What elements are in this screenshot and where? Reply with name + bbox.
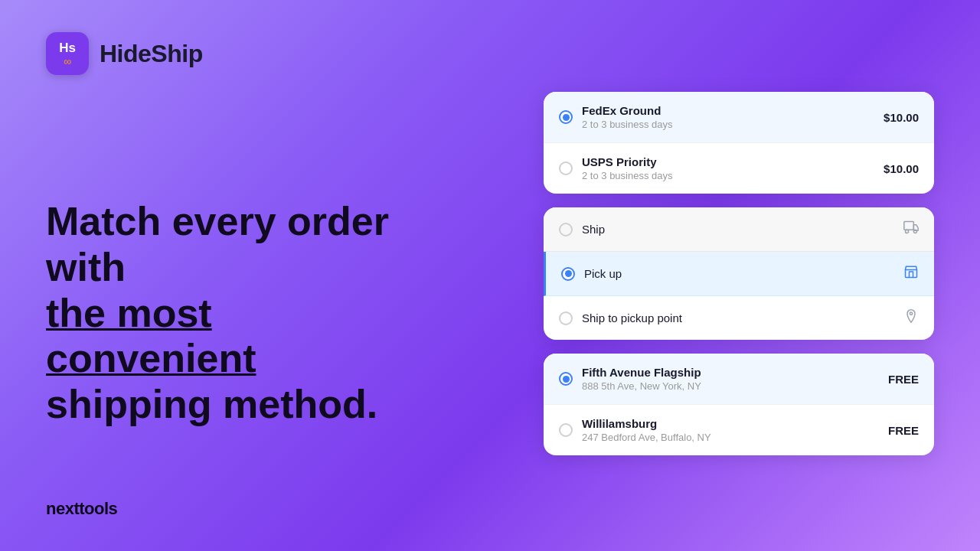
fedex-subtitle: 2 to 3 business days: [582, 119, 874, 130]
shipping-rates-card: FedEx Ground 2 to 3 business days $10.00…: [544, 92, 934, 194]
ship-method[interactable]: Ship: [544, 207, 934, 252]
ship-label: Ship: [582, 223, 894, 236]
fedex-radio[interactable]: [559, 110, 573, 124]
pickup-radio[interactable]: [561, 267, 575, 281]
usps-content: USPS Priority 2 to 3 business days: [582, 155, 874, 181]
logo-infinity: ∞: [64, 56, 71, 67]
store-icon: [903, 264, 919, 283]
fifth-ave-content: Fifth Avenue Flagship 888 5th Ave, New Y…: [582, 366, 879, 392]
williamsburg-price: FREE: [888, 424, 919, 437]
fedex-name: FedEx Ground: [582, 104, 874, 117]
williamsburg-radio[interactable]: [559, 423, 573, 437]
williamsburg-content: Willilamsburg 247 Bedford Ave, Buffalo, …: [582, 417, 879, 443]
pin-icon: [903, 308, 919, 328]
usps-price: $10.00: [884, 162, 919, 175]
hero-line1: Match every order with: [46, 199, 389, 289]
fifth-ave-name: Fifth Avenue Flagship: [582, 366, 879, 379]
fifth-ave-price: FREE: [888, 373, 919, 386]
truck-icon: [903, 220, 919, 239]
footer-brand: nexttools: [46, 499, 117, 519]
fedex-content: FedEx Ground 2 to 3 business days: [582, 104, 874, 130]
williamsburg-option[interactable]: Willilamsburg 247 Bedford Ave, Buffalo, …: [544, 405, 934, 455]
app-name: HideShip: [100, 40, 203, 68]
logo-icon: Hs ∞: [46, 32, 89, 75]
ship-pickup-radio[interactable]: [559, 311, 573, 325]
svg-rect-0: [904, 222, 914, 230]
svg-point-2: [913, 230, 916, 233]
ship-radio[interactable]: [559, 223, 573, 236]
fifth-ave-radio[interactable]: [559, 372, 573, 386]
fedex-price: $10.00: [884, 111, 919, 124]
williamsburg-address: 247 Bedford Ave, Buffalo, NY: [582, 432, 879, 443]
ship-pickup-method[interactable]: Ship to pickup point: [544, 296, 934, 340]
pickup-locations-card: Fifth Avenue Flagship 888 5th Ave, New Y…: [544, 354, 934, 455]
ship-pickup-label: Ship to pickup point: [582, 311, 894, 324]
logo-area: Hs ∞ HideShip: [46, 32, 203, 75]
usps-name: USPS Priority: [582, 155, 874, 168]
usps-radio[interactable]: [559, 161, 573, 175]
panels-area: FedEx Ground 2 to 3 business days $10.00…: [544, 92, 934, 455]
fedex-option[interactable]: FedEx Ground 2 to 3 business days $10.00: [544, 92, 934, 143]
fifth-ave-option[interactable]: Fifth Avenue Flagship 888 5th Ave, New Y…: [544, 354, 934, 405]
hero-line3: shipping method.: [46, 382, 377, 426]
hero-section: Match every order with the most convenie…: [46, 199, 429, 428]
pickup-method[interactable]: Pick up: [544, 252, 934, 296]
usps-subtitle: 2 to 3 business days: [582, 170, 874, 181]
williamsburg-name: Willilamsburg: [582, 417, 879, 430]
usps-option[interactable]: USPS Priority 2 to 3 business days $10.0…: [544, 143, 934, 194]
svg-point-3: [910, 312, 912, 315]
svg-point-1: [906, 230, 909, 233]
fifth-ave-address: 888 5th Ave, New York, NY: [582, 380, 879, 392]
delivery-method-card: Ship Pick up: [544, 207, 934, 340]
hero-line2: the most convenient: [46, 291, 256, 381]
logo-initials: Hs: [59, 41, 76, 54]
pickup-label: Pick up: [584, 267, 894, 280]
